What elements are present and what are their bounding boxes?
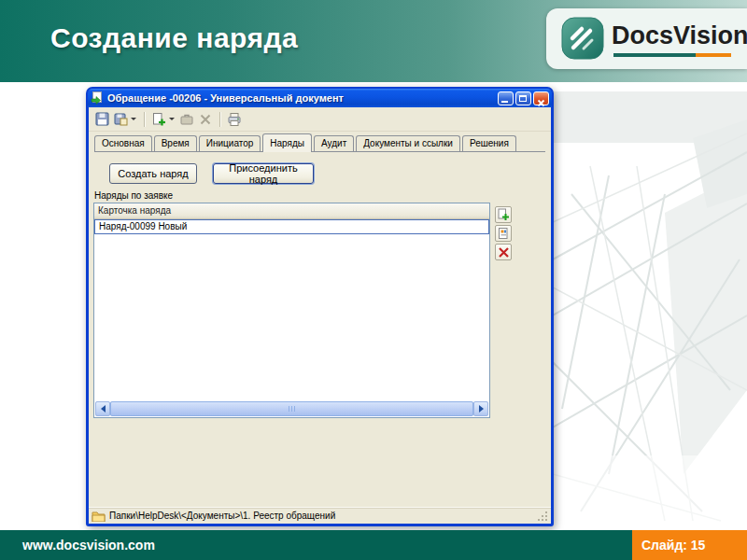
save-button[interactable] [92, 110, 111, 129]
delete-button[interactable] [196, 110, 215, 129]
toolbar-separator [144, 112, 145, 127]
tab-naryady[interactable]: Наряды [262, 133, 312, 152]
logo-underline-orange [696, 53, 731, 57]
briefcase-button[interactable] [177, 110, 196, 129]
docsvision-logo: DocsVision [546, 8, 747, 69]
scroll-right-button[interactable] [473, 401, 488, 416]
close-button[interactable] [533, 91, 549, 105]
create-order-button[interactable]: Создать наряд [109, 163, 197, 184]
delete-icon [199, 113, 212, 126]
delete-row-button[interactable] [495, 244, 512, 260]
save-dropdown-icon[interactable] [131, 118, 136, 120]
maximize-icon [519, 95, 527, 102]
window-toolbar [89, 107, 551, 132]
minimize-button[interactable] [498, 91, 514, 105]
docsvision-logo-icon [561, 17, 604, 63]
list-action-buttons [495, 206, 512, 260]
list-item-order[interactable]: Наряд-00099 Новый [94, 219, 489, 234]
window-icon [91, 91, 104, 105]
save-close-icon [114, 112, 128, 126]
scroll-left-button[interactable] [95, 401, 110, 416]
logo-underline [613, 53, 731, 57]
docsvision-logo-text: DocsVision [612, 21, 747, 50]
add-row-button[interactable] [495, 206, 512, 223]
tab-vremya[interactable]: Время [154, 135, 197, 151]
properties-row-icon [497, 227, 510, 240]
print-icon [227, 112, 242, 127]
tab-strip: Основная Время Инициатор Наряды Аудит До… [94, 133, 545, 152]
toolbar-separator [219, 112, 220, 127]
window-statusbar: Папки\HelpDesk\<Документы>\1. Реестр обр… [89, 507, 551, 524]
status-path: Папки\HelpDesk\<Документы>\1. Реестр обр… [109, 511, 537, 521]
tab-dokumenty-i-ssylki[interactable]: Документы и ссылки [356, 135, 460, 151]
print-button[interactable] [225, 110, 244, 129]
column-header-order-card[interactable]: Карточка наряда [94, 203, 489, 219]
window-titlebar[interactable]: Обращение -00206 - Универсальный докумен… [88, 89, 552, 107]
attach-order-button[interactable]: Присоединить наряд [213, 163, 314, 184]
tab-resheniya[interactable]: Решения [462, 135, 516, 151]
delete-row-icon [498, 246, 510, 259]
new-order-dropdown-icon[interactable] [169, 118, 175, 120]
maximize-button[interactable] [515, 91, 531, 105]
page-title: Создание наряда [50, 22, 298, 54]
tab-audit[interactable]: Аудит [314, 135, 354, 151]
document-window: Обращение -00206 - Универсальный докумен… [86, 87, 554, 526]
resize-grip[interactable] [537, 511, 548, 522]
new-order-button[interactable] [149, 110, 168, 129]
scroll-left-icon [101, 405, 106, 413]
window-title: Обращение -00206 - Универсальный докумен… [107, 92, 496, 104]
new-order-icon [151, 112, 166, 127]
footer-url: www.docsvision.com [22, 530, 155, 560]
scrollbar-thumb[interactable] [110, 401, 473, 416]
logo-underline-teal [613, 53, 696, 57]
properties-row-button[interactable] [495, 225, 512, 242]
briefcase-icon [179, 112, 194, 127]
minimize-icon [501, 101, 508, 103]
tab-osnovnaya[interactable]: Основная [94, 135, 152, 151]
save-icon [95, 112, 109, 126]
slide: Создание наряда DocsVision [0, 0, 747, 560]
save-close-button[interactable] [111, 110, 130, 129]
slide-footer: www.docsvision.com Слайд: 15 [0, 530, 747, 560]
scroll-right-icon [479, 405, 484, 413]
orders-listbox[interactable]: Карточка наряда Наряд-00099 Новый [93, 203, 490, 418]
background-architecture-image [553, 82, 747, 530]
folder-icon [92, 511, 106, 522]
horizontal-scrollbar[interactable] [95, 401, 488, 416]
orders-list-label: Наряды по заявке [94, 190, 173, 201]
add-row-icon [497, 208, 510, 221]
tab-initsiator[interactable]: Инициатор [199, 135, 261, 151]
slide-number-badge: Слайд: 15 [632, 530, 747, 560]
